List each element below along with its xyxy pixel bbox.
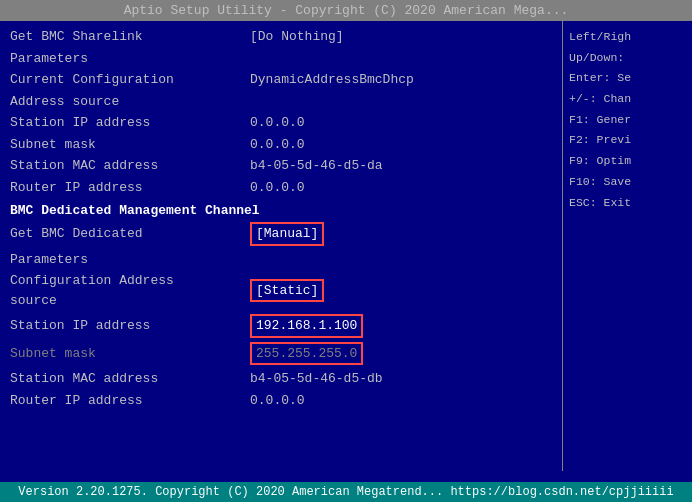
status-text: Version 2.20.1275. Copyright (C) 2020 Am… <box>18 485 673 499</box>
station-ip-row-2: Station IP address 192.168.1.100 <box>10 314 552 338</box>
get-bmc-sharelink-label: Get BMC Sharelink <box>10 27 250 47</box>
subnet-mask-value-1: 0.0.0.0 <box>250 135 305 155</box>
station-mac-row-1: Station MAC address b4-05-5d-46-d5-da <box>10 156 552 176</box>
config-address-row: Configuration Address source [Static] <box>10 271 552 310</box>
address-source-label-1: Address source <box>10 92 250 112</box>
subnet-mask-label-1: Subnet mask <box>10 135 250 155</box>
get-bmc-sharelink-row: Get BMC Sharelink [Do Nothing] <box>10 27 552 47</box>
parameters-row-2: Parameters <box>10 250 552 270</box>
help-line-8: F10: Save <box>569 172 686 193</box>
station-mac-label-1: Station MAC address <box>10 156 250 176</box>
router-ip-label-1: Router IP address <box>10 178 250 198</box>
help-line-9: ESC: Exit <box>569 193 686 214</box>
station-ip-value-1: 0.0.0.0 <box>250 113 305 133</box>
right-panel: Left/Righ Up/Down: Enter: Se +/-: Chan F… <box>562 21 692 471</box>
parameters-label-1: Parameters <box>10 49 250 69</box>
address-source-row-1: Address source <box>10 92 552 112</box>
help-line-1: Left/Righ <box>569 27 686 48</box>
content-area: Get BMC Sharelink [Do Nothing] Parameter… <box>0 21 562 471</box>
help-line-6: F2: Previ <box>569 130 686 151</box>
get-bmc-sharelink-value: [Do Nothing] <box>250 27 344 47</box>
config-address-label: Configuration Address source <box>10 271 250 310</box>
get-bmc-dedicated-value[interactable]: [Manual] <box>250 222 324 246</box>
help-line-5: F1: Gener <box>569 110 686 131</box>
station-ip-label-1: Station IP address <box>10 113 250 133</box>
station-mac-value-1: b4-05-5d-46-d5-da <box>250 156 383 176</box>
station-ip-row-1: Station IP address 0.0.0.0 <box>10 113 552 133</box>
station-ip-value-2[interactable]: 192.168.1.100 <box>250 314 363 338</box>
station-ip-label-2: Station IP address <box>10 316 250 336</box>
help-line-2: Up/Down: <box>569 48 686 69</box>
help-line-4: +/-: Chan <box>569 89 686 110</box>
config-address-value[interactable]: [Static] <box>250 279 324 303</box>
right-help: Left/Righ Up/Down: Enter: Se +/-: Chan F… <box>569 27 686 213</box>
router-ip-label-2: Router IP address <box>10 391 250 411</box>
subnet-mask-value-2[interactable]: 255.255.255.0 <box>250 342 363 366</box>
current-config-row: Current Configuration DynamicAddressBmcD… <box>10 70 552 90</box>
station-mac-value-2: b4-05-5d-46-d5-db <box>250 369 383 389</box>
router-ip-row-2: Router IP address 0.0.0.0 <box>10 391 552 411</box>
title-text: Aptio Setup Utility - Copyright (C) 2020… <box>124 3 569 18</box>
router-ip-value-1: 0.0.0.0 <box>250 178 305 198</box>
title-bar: Aptio Setup Utility - Copyright (C) 2020… <box>0 0 692 21</box>
get-bmc-dedicated-label: Get BMC Dedicated <box>10 224 250 244</box>
router-ip-row-1: Router IP address 0.0.0.0 <box>10 178 552 198</box>
parameters-label-2: Parameters <box>10 250 250 270</box>
subnet-mask-label-2: Subnet mask <box>10 344 250 364</box>
help-line-3: Enter: Se <box>569 68 686 89</box>
get-bmc-dedicated-row: Get BMC Dedicated [Manual] <box>10 222 552 246</box>
status-bar: Version 2.20.1275. Copyright (C) 2020 Am… <box>0 482 692 502</box>
station-mac-row-2: Station MAC address b4-05-5d-46-d5-db <box>10 369 552 389</box>
router-ip-value-2: 0.0.0.0 <box>250 391 305 411</box>
section2-header: BMC Dedicated Management Channel <box>10 203 552 218</box>
station-mac-label-2: Station MAC address <box>10 369 250 389</box>
help-line-7: F9: Optim <box>569 151 686 172</box>
main-container: Get BMC Sharelink [Do Nothing] Parameter… <box>0 21 692 471</box>
parameters-row-1: Parameters <box>10 49 552 69</box>
current-config-value: DynamicAddressBmcDhcp <box>250 70 414 90</box>
subnet-mask-row-2: Subnet mask 255.255.255.0 <box>10 342 552 366</box>
current-config-label: Current Configuration <box>10 70 250 90</box>
subnet-mask-row-1: Subnet mask 0.0.0.0 <box>10 135 552 155</box>
